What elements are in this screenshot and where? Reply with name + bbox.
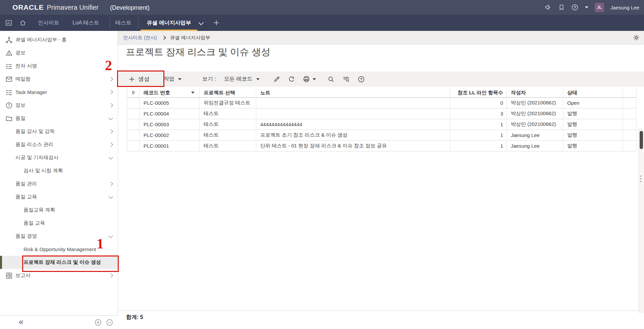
- chevron-down-icon[interactable]: [109, 234, 113, 238]
- sidebar-item-construction-inspection[interactable]: 시공 및 기자재검사: [0, 151, 118, 164]
- gear-icon[interactable]: [633, 34, 640, 41]
- sidebar-item-quality-audit[interactable]: 품질 감사 및 감독: [0, 125, 118, 138]
- sidebar-item-quality[interactable]: 품질: [0, 112, 118, 125]
- spacer-cell: [623, 141, 637, 151]
- chevron-down-icon[interactable]: [109, 194, 113, 199]
- chevron-right-icon[interactable]: [109, 142, 113, 147]
- column-header-note[interactable]: 노트: [256, 88, 450, 98]
- search-icon[interactable]: [327, 76, 335, 83]
- sidebar-item-esignature[interactable]: 전자 서명: [0, 59, 118, 73]
- sidebar-item-quality-resource[interactable]: 품질 리소스 관리: [0, 138, 118, 151]
- hierarchy-icon: [5, 36, 13, 44]
- chevron-right-icon[interactable]: [109, 182, 113, 186]
- sidebar-item-quality-management[interactable]: 품질 관리: [0, 177, 118, 190]
- breadcrumb-link-insight[interactable]: 인사이트 (전사): [123, 35, 157, 41]
- bookmark-icon[interactable]: [558, 4, 565, 11]
- svg-text:?: ?: [360, 77, 363, 81]
- view-select-dropdown[interactable]: 모든 레코드: [224, 76, 260, 83]
- create-button[interactable]: 생성: [128, 75, 150, 83]
- portfolio-chart-icon[interactable]: [5, 19, 12, 27]
- sidebar-item-inspection-test-plan[interactable]: 검사 및 시험 계획: [0, 164, 118, 177]
- help-icon[interactable]: ?: [571, 4, 579, 11]
- help-dropdown-caret-icon[interactable]: [585, 6, 588, 8]
- find-in-list-icon[interactable]: [342, 76, 350, 83]
- announcements-icon[interactable]: [544, 4, 552, 11]
- avatar[interactable]: JL: [595, 3, 604, 12]
- sidebar-item-label: 품질교육 계획: [23, 207, 55, 213]
- panel-drag-handle[interactable]: [640, 176, 641, 182]
- tab-qcells-energy-active[interactable]: 큐셀 에너지사업부: [141, 15, 197, 31]
- sidebar-item-quality-training[interactable]: 품질 교육: [0, 190, 118, 203]
- column-header-status[interactable]: 상태: [563, 88, 623, 98]
- sidebar-item-mailbox[interactable]: 메일함: [0, 73, 118, 86]
- edit-pencil-icon[interactable]: [273, 76, 280, 83]
- sidebar-item-reports[interactable]: 보고서: [0, 269, 118, 282]
- ref-count-cell: 1: [450, 130, 507, 141]
- record-no-cell: PLC-00005: [140, 98, 200, 108]
- report-icon: [5, 272, 13, 279]
- svg-text:?: ?: [574, 5, 576, 9]
- help-circle-icon[interactable]: ?: [358, 76, 365, 83]
- column-header-ref-count[interactable]: 참조 LL 라인 항목수: [450, 88, 507, 98]
- table-row[interactable]: PLC-00003 테스트 444444444444444 1 박상민 (202…: [127, 119, 637, 130]
- status-cell: 발행: [563, 119, 623, 130]
- tab-loa-test[interactable]: LoA 테스트: [66, 15, 106, 31]
- user-name: Jaesung Lee: [610, 5, 639, 10]
- actions-menu-label: 작업: [164, 76, 174, 83]
- column-header-project[interactable]: 프로젝트 선택: [200, 88, 256, 98]
- attachment-column-header[interactable]: [127, 88, 140, 98]
- sidebar-item-alerts[interactable]: 경보: [0, 46, 118, 59]
- status-cell: 발행: [563, 141, 623, 151]
- main-content: 인사이트 (전사) 큐셀 에너지사업부 프로젝트 잠재 리스크 및 이슈 생성 …: [118, 31, 644, 329]
- tab-insight[interactable]: 인사이트: [32, 15, 65, 31]
- chevron-down-icon[interactable]: [109, 155, 113, 159]
- tab-list-chevron-down-icon[interactable]: [199, 21, 203, 25]
- tab-bar: 인사이트 LoA 테스트 테스트 큐셀 에너지사업부: [0, 15, 644, 31]
- chevron-right-icon[interactable]: [109, 103, 113, 107]
- home-icon[interactable]: [19, 19, 26, 27]
- table-row[interactable]: PLC-00002 테스트 프로젝트 초기 참조 리스크 & 이슈 생성 1 J…: [127, 130, 637, 141]
- chevron-right-icon[interactable]: [109, 273, 113, 278]
- sidebar-item-quality-mgmt-group[interactable]: 품질 경영: [0, 230, 118, 243]
- sidebar-item-task-manager[interactable]: Task Manager: [0, 86, 118, 99]
- table-row[interactable]: PLC-00001 테스트 단위 테스트 - 01 현장 잠재 리스크 & 이슈…: [127, 141, 637, 151]
- vertical-scrollbar[interactable]: [639, 128, 644, 313]
- author-cell: 박상민 (202100662): [507, 119, 563, 130]
- sidebar-item-risk-opportunity-management[interactable]: Risk & Opportunity Management: [0, 243, 118, 256]
- column-header-author[interactable]: 작성자: [507, 88, 563, 98]
- refresh-icon[interactable]: [288, 76, 295, 83]
- sidebar-item-info[interactable]: 정보: [0, 99, 118, 112]
- app-window: ORACLE Primavera Unifier (Development) ?: [0, 0, 644, 329]
- sidebar-item-quality-training-plan[interactable]: 품질교육 계획: [0, 203, 118, 217]
- sidebar-nav: 큐셀 에너지사업부 - 홈 경보 전자 서명: [0, 31, 118, 315]
- print-menu-button[interactable]: [303, 75, 316, 83]
- chevron-right-icon[interactable]: [109, 77, 113, 81]
- table-row[interactable]: PLC-00005 위임전결규정 테스트 0 박상민 (202100662) O…: [127, 98, 637, 108]
- spacer-cell: [623, 98, 637, 108]
- sidebar-item-home[interactable]: 큐셀 에너지사업부 - 홈: [0, 33, 118, 46]
- sidebar-item-project-risk-issue-selected[interactable]: 프로젝트 잠재 리스크 및 이슈 생성: [0, 256, 118, 269]
- column-header-record-no[interactable]: 레코드 번호: [140, 88, 200, 98]
- sidebar-item-quality-training-sub[interactable]: 품질 교육: [0, 217, 118, 230]
- column-header-label: 레코드 번호: [144, 90, 170, 96]
- author-cell: Jaesung Lee: [507, 130, 563, 141]
- table-row[interactable]: PLC-00004 테스트 3 박상민 (202100662) 발행: [127, 108, 637, 119]
- zoom-out-icon[interactable]: [106, 319, 113, 326]
- sidebar-item-label: 보고서: [15, 272, 31, 279]
- attachment-cell: [127, 108, 140, 119]
- chevron-right-icon[interactable]: [109, 129, 113, 134]
- chevron-down-icon[interactable]: [109, 116, 113, 120]
- folder-icon: [5, 115, 13, 122]
- ref-count-cell: 1: [450, 141, 507, 151]
- actions-menu-button[interactable]: 작업: [164, 76, 181, 83]
- zoom-in-icon[interactable]: [94, 319, 102, 326]
- tab-test[interactable]: 테스트: [110, 15, 137, 31]
- status-cell: 발행: [563, 108, 623, 119]
- note-cell: 프로젝트 초기 참조 리스크 & 이슈 생성: [256, 130, 450, 141]
- add-tab-plus-icon[interactable]: [213, 19, 220, 27]
- chevron-right-icon[interactable]: [109, 90, 113, 94]
- scrollbar-thumb[interactable]: [640, 131, 643, 149]
- collapse-sidebar-button[interactable]: «: [19, 317, 23, 327]
- sidebar-item-label: 품질 관리: [15, 181, 37, 187]
- author-cell: 박상민 (202100662): [507, 108, 563, 119]
